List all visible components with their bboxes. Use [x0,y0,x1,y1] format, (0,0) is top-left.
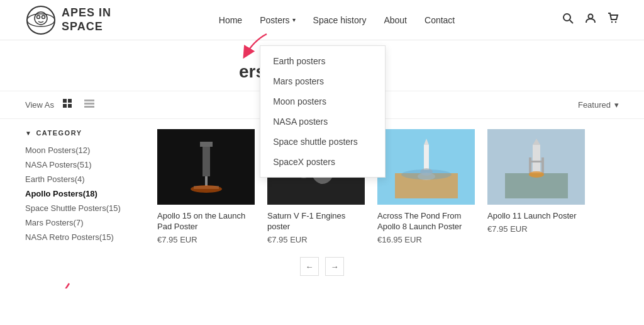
svg-rect-15 [84,103,94,105]
prev-page-button[interactable]: ← [300,257,319,276]
svg-point-0 [27,6,55,34]
product-image [487,129,585,205]
svg-point-3 [37,15,40,18]
product-price: €7.95 EUR [267,235,365,244]
search-icon[interactable] [562,13,574,27]
category-moon[interactable]: Moon Posters(12) [25,143,138,157]
next-page-button[interactable]: → [325,257,344,276]
product-price: €7.95 EUR [157,235,255,244]
product-title: Apollo 11 Launch Poster [487,211,585,222]
svg-rect-43 [529,161,544,162]
list-view-button[interactable] [82,98,97,112]
svg-rect-10 [63,99,67,103]
svg-rect-16 [84,106,94,108]
svg-rect-42 [541,157,544,173]
svg-rect-41 [529,157,531,173]
svg-rect-13 [68,104,72,108]
nav-contact[interactable]: Contact [425,15,455,25]
nav-home[interactable]: Home [219,15,242,25]
dropdown-item-moon[interactable]: Moon posters [260,91,385,111]
cart-icon[interactable] [608,13,619,27]
sidebar: ▼ CATEGORY Moon Posters(12) NASA Posters… [25,129,138,244]
products-grid: Apollo 15 on the Launch Pad Poster €7.95… [157,129,619,244]
nav-posters[interactable]: Posters ▾ Earth posters Mars posters Moo… [260,15,295,25]
product-price: €7.95 EUR [487,224,585,234]
sort-selector[interactable]: Featured ▾ [578,100,619,110]
category-triangle-icon: ▼ [25,130,32,137]
grid-view-button[interactable] [60,98,75,112]
view-as-label: View As [25,100,54,110]
svg-point-8 [611,21,613,23]
dropdown-item-earth[interactable]: Earth posters [260,51,385,71]
svg-rect-39 [533,145,540,171]
nav-space-history[interactable]: Space history [313,15,367,25]
product-card[interactable]: Apollo 15 on the Launch Pad Poster €7.95… [157,129,255,244]
header-icons [562,13,619,27]
category-earth[interactable]: Earth Posters(4) [25,172,138,186]
svg-rect-11 [68,99,72,103]
pagination: ← → [0,244,644,288]
product-image [377,129,475,205]
svg-rect-12 [63,104,67,108]
nav-posters-label: Posters [260,15,289,25]
site-logo[interactable]: APES IN SPACE [25,4,111,36]
product-title: Apollo 15 on the Launch Pad Poster [157,211,255,232]
dropdown-item-mars[interactable]: Mars posters [260,71,385,91]
dropdown-item-space-shuttle[interactable]: Space shuttle posters [260,132,385,152]
category-mars[interactable]: Mars Posters(7) [25,215,138,230]
sort-label: Featured [578,100,611,110]
category-nasa[interactable]: NASA Posters(51) [25,157,138,172]
svg-point-22 [191,185,222,193]
svg-rect-18 [203,142,210,176]
svg-point-9 [615,21,616,23]
site-header: APES IN SPACE Home Posters ▾ Earth poste… [0,0,644,40]
main-nav: Home Posters ▾ Earth posters Mars poster… [219,15,455,25]
category-apollo[interactable]: Apollo Posters(18) [25,186,138,201]
product-title: Saturn V F-1 Engines poster [267,211,365,232]
category-header: ▼ CATEGORY [25,129,138,137]
product-image [157,129,255,205]
svg-rect-14 [84,100,94,101]
svg-point-5 [564,14,570,21]
dropdown-item-spacex[interactable]: SpaceX posters [260,152,385,172]
view-as: View As [25,98,97,112]
logo-icon [25,4,57,36]
account-icon[interactable] [585,13,596,27]
svg-point-44 [529,171,544,178]
posters-dropdown: Earth posters Mars posters Moon posters … [260,45,386,178]
logo-text: APES IN SPACE [62,6,111,33]
svg-point-4 [42,15,45,18]
svg-point-36 [401,169,452,180]
sort-chevron-icon: ▾ [614,100,619,110]
product-price: €16.95 EUR [377,235,475,244]
product-card[interactable]: Apollo 11 Launch Poster €7.95 EUR [487,129,585,244]
category-space-shuttle[interactable]: Space Shuttle Posters(15) [25,201,138,215]
svg-rect-32 [424,145,429,170]
category-list: Moon Posters(12) NASA Posters(51) Earth … [25,143,138,244]
product-card[interactable]: Across The Pond From Apollo 8 Launch Pos… [377,129,475,244]
category-label: CATEGORY [36,129,82,137]
dropdown-item-nasa[interactable]: NASA posters [260,111,385,132]
svg-point-7 [589,14,593,19]
nav-about[interactable]: About [384,15,407,25]
chevron-down-icon: ▾ [292,16,296,23]
product-title: Across The Pond From Apollo 8 Launch Pos… [377,211,475,232]
svg-rect-19 [200,142,213,147]
category-nasa-retro[interactable]: NASA Retro Posters(15) [25,230,138,244]
svg-line-6 [570,20,573,23]
